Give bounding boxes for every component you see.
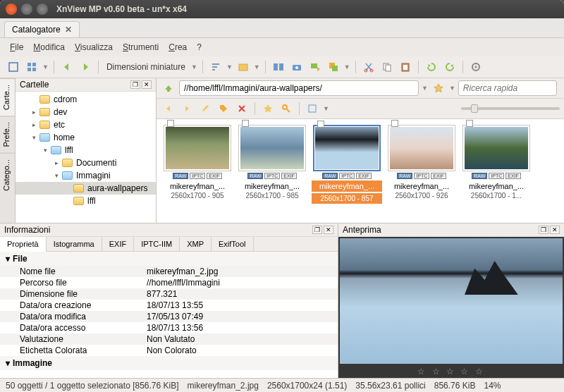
section-immagine[interactable]: ▾Immagine xyxy=(0,356,338,370)
tab-exif[interactable]: EXIF xyxy=(102,237,134,251)
compare-icon[interactable] xyxy=(271,59,286,75)
restore-icon[interactable]: ❐ xyxy=(539,226,548,234)
tree-row[interactable]: lffl xyxy=(16,195,156,207)
tree-row[interactable]: ▾lffl xyxy=(16,144,156,157)
chevron-down-icon[interactable]: ▼ xyxy=(323,105,329,112)
sort-icon[interactable] xyxy=(208,59,223,75)
svg-rect-2 xyxy=(32,63,36,66)
tree-row[interactable]: cdrom xyxy=(16,93,156,106)
info-row: Percorso file//home/lffl/Immagini xyxy=(0,277,338,288)
paste-icon[interactable] xyxy=(398,59,413,75)
checkbox[interactable] xyxy=(317,121,324,128)
menu-modifica[interactable]: Modifica xyxy=(29,40,69,54)
back-icon[interactable] xyxy=(59,59,75,75)
delete-icon[interactable] xyxy=(234,101,250,116)
thumbnail-size-label[interactable]: Dimensioni miniature xyxy=(104,62,188,72)
rotate-left-icon[interactable] xyxy=(424,59,439,75)
thumbnail-item[interactable]: RAWIPTCEXIF mikereyfman_... 2560x1700 - … xyxy=(386,125,457,217)
tree-row-selected[interactable]: aura-wallpapers xyxy=(16,182,156,195)
settings-icon[interactable] xyxy=(468,59,484,75)
chevron-down-icon[interactable]: ▼ xyxy=(422,85,428,92)
forward-icon[interactable] xyxy=(78,59,93,75)
thumbnail-item[interactable]: RAWIPTCEXIF mikereyfman_... 2560x1700 - … xyxy=(237,125,307,217)
tab-exiftool[interactable]: ExifTool xyxy=(212,237,254,251)
tab-xmp[interactable]: XMP xyxy=(180,237,212,251)
next-icon[interactable] xyxy=(179,101,195,116)
edit-icon[interactable] xyxy=(197,101,213,116)
rotate-right-icon[interactable] xyxy=(442,59,458,75)
tree-row[interactable]: ▸etc xyxy=(16,118,156,131)
menu-file[interactable]: File xyxy=(6,40,27,54)
thumbnail-item[interactable]: RAWIPTCEXIF mikereyfman_... 2560x1700 - … xyxy=(162,125,233,217)
tree-row[interactable]: ▸Documenti xyxy=(16,157,156,169)
tab-label: Catalogatore xyxy=(12,25,61,35)
chevron-down-icon[interactable]: ▼ xyxy=(226,63,233,71)
folder-tree[interactable]: cdrom ▸dev ▸etc ▾home ▾lffl ▸Documenti ▾… xyxy=(16,92,156,223)
capture-icon[interactable] xyxy=(289,59,305,75)
thumb-name: mikereyfman_... xyxy=(386,180,457,192)
thumbnail-item-selected[interactable]: RAWIPTCEXIF mikereyfman_... 2560x1700 - … xyxy=(312,125,382,217)
chevron-down-icon[interactable]: ▼ xyxy=(42,63,49,71)
cut-icon[interactable] xyxy=(361,59,376,75)
preview-panel: Anteprima ❐✕ ☆ ☆ ☆ ☆ ☆ xyxy=(338,223,564,378)
tab-proprieta[interactable]: Proprietà xyxy=(0,237,47,252)
tree-row[interactable]: ▾Immagini xyxy=(16,169,156,182)
chevron-down-icon[interactable]: ▼ xyxy=(449,85,455,92)
maximize-icon[interactable] xyxy=(37,4,48,15)
checkbox[interactable] xyxy=(242,120,249,127)
close-icon[interactable] xyxy=(6,4,17,15)
minimize-icon[interactable] xyxy=(21,4,32,15)
rating-stars[interactable]: ☆ ☆ ☆ ☆ ☆ xyxy=(338,365,564,378)
open-icon[interactable] xyxy=(235,59,251,75)
menu-crea[interactable]: Crea xyxy=(164,40,191,54)
panel-header: Anteprima ❐✕ xyxy=(338,223,564,237)
checkbox[interactable] xyxy=(466,120,473,127)
up-icon[interactable] xyxy=(161,80,176,96)
sidetab-cartelle[interactable]: Carte... xyxy=(0,78,15,116)
sidetab-preferiti[interactable]: Prefe... xyxy=(0,116,15,152)
info-row: ValutazioneNon Valutato xyxy=(0,333,338,345)
sidetab-categorie[interactable]: Catego... xyxy=(0,153,15,197)
thumbnail-grid: RAWIPTCEXIF mikereyfman_... 2560x1700 - … xyxy=(157,119,564,223)
menu-help[interactable]: ? xyxy=(192,40,206,54)
fullscreen-icon[interactable] xyxy=(6,59,21,75)
restore-icon[interactable]: ❐ xyxy=(130,80,140,89)
copy-icon[interactable] xyxy=(379,59,395,75)
key-icon[interactable] xyxy=(278,101,294,116)
close-icon[interactable]: ✕ xyxy=(65,25,72,35)
tab-catalogatore[interactable]: Catalogatore ✕ xyxy=(4,21,80,37)
path-input[interactable] xyxy=(179,80,419,96)
svg-rect-6 xyxy=(274,63,278,71)
favorite-icon[interactable] xyxy=(431,80,446,96)
preview-image[interactable] xyxy=(340,238,563,364)
menu-strumenti[interactable]: Strumenti xyxy=(118,40,163,54)
chevron-down-icon[interactable]: ▼ xyxy=(344,63,350,71)
star-icon[interactable] xyxy=(260,101,276,116)
convert-icon[interactable] xyxy=(307,59,323,75)
layout-icon[interactable] xyxy=(24,59,39,75)
close-icon[interactable]: ✕ xyxy=(324,226,333,234)
menu-visualizza[interactable]: Visualizza xyxy=(70,40,117,54)
section-file[interactable]: ▾File xyxy=(0,252,338,266)
tab-istogramma[interactable]: Istogramma xyxy=(47,237,102,251)
tag-icon[interactable] xyxy=(216,101,231,116)
search-input[interactable] xyxy=(458,80,557,96)
thumbnail-size-slider[interactable] xyxy=(461,107,560,110)
filter-icon[interactable] xyxy=(305,101,320,116)
restore-icon[interactable]: ❐ xyxy=(312,226,322,234)
svg-rect-10 xyxy=(311,63,317,68)
close-icon[interactable]: ✕ xyxy=(550,226,560,234)
thumbnail-item[interactable]: RAWIPTCEXIF mikereyfman_... 2560x1700 - … xyxy=(461,125,532,217)
prev-icon[interactable] xyxy=(161,101,176,116)
checkbox[interactable] xyxy=(167,120,174,127)
batch-icon[interactable] xyxy=(326,59,341,75)
tab-iptc[interactable]: IPTC-IIM xyxy=(134,237,180,251)
chevron-down-icon[interactable]: ▼ xyxy=(191,63,197,71)
iptc-badge: IPTC xyxy=(190,173,205,179)
close-icon[interactable]: ✕ xyxy=(142,80,152,89)
checkbox[interactable] xyxy=(391,120,398,127)
slider-thumb[interactable] xyxy=(471,104,478,113)
chevron-down-icon[interactable]: ▼ xyxy=(254,63,260,71)
tree-row[interactable]: ▸dev xyxy=(16,106,156,118)
tree-row[interactable]: ▾home xyxy=(16,131,156,144)
